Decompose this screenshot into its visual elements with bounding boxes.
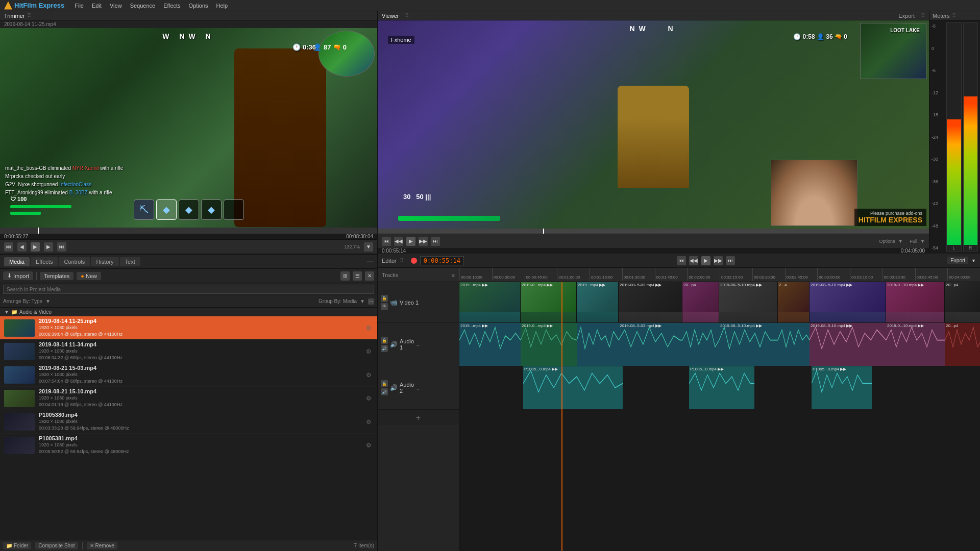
menu-help[interactable]: Help (216, 3, 228, 9)
viewer-next-button[interactable]: ⏭ (431, 237, 440, 246)
viewer-tab[interactable]: Viewer (382, 13, 399, 19)
video-clip-6[interactable]: 2...4 (778, 282, 810, 322)
trimmer-frame-fwd-button[interactable]: ▶ (44, 242, 53, 252)
media-gear-5[interactable]: ⚙ (366, 442, 373, 449)
tab-effects[interactable]: Effects (31, 257, 58, 266)
video-clip-4[interactable]: 20...p4 (682, 282, 719, 322)
arrange-dropdown[interactable]: ▼ (45, 298, 51, 304)
menu-sequence[interactable]: Sequence (130, 3, 156, 9)
meters-panel: Meters ⠿ -6 0 -6 -12 -18 -24 -30 -36 -42 (929, 11, 980, 254)
folder-button[interactable]: 📁 Folder (3, 542, 31, 549)
trimmer-play-button[interactable]: ▶ (31, 242, 40, 252)
audio2-clip-1[interactable]: P1005...0.mp4 ▶▶ (689, 366, 754, 409)
viewer-frame-back-button[interactable]: ◀◀ (394, 237, 403, 246)
viewer-options-label[interactable]: Options (879, 239, 895, 244)
video-clip-5[interactable]: 2019-08-.5-10.mp4 ▶▶ (719, 282, 778, 322)
media-panel-options[interactable]: ⋯ (367, 258, 373, 265)
audio1-clip-9[interactable]: 20...p4 (945, 323, 980, 366)
section-collapse-icon[interactable]: ▼ (4, 309, 9, 315)
editor-prev-button[interactable]: ⏮ (677, 256, 686, 265)
video-clip-3[interactable]: 2019-08-.5-03.mp4 ▶▶ (619, 282, 682, 322)
media-gear-3[interactable]: ⚙ (366, 395, 373, 402)
trimmer-prev-button[interactable]: ⏮ (4, 242, 13, 252)
editor-frame-back-button[interactable]: ◀◀ (689, 256, 698, 265)
menu-file[interactable]: File (75, 3, 84, 9)
video-clip-2[interactable]: 2019...mp4 ▶▶ (577, 282, 619, 322)
export-label[interactable]: Export (898, 13, 915, 19)
media-item-5[interactable]: P1005381.mp4 980 × 551 pixels 00:05:50… (0, 434, 377, 457)
media-gear-4[interactable]: ⚙ (366, 418, 373, 425)
audio1-clip-1[interactable]: 2019-0...mp4 ▶▶ (521, 323, 577, 366)
track-audio1-mute[interactable]: 🔊 (381, 345, 388, 352)
trimmer-timeline[interactable] (0, 228, 377, 234)
media-gear-1[interactable]: ⚙ (366, 348, 373, 355)
viewer-play-button[interactable]: ▶ (406, 237, 415, 246)
media-item-4[interactable]: P1005380.mp4 980 × 551 pixels 00:03:33… (0, 410, 377, 434)
video-clip-7[interactable]: 2019-08-.5-10.mp4 ▶▶ (810, 282, 886, 322)
tab-history[interactable]: History (91, 257, 118, 266)
audio1-clip-8[interactable]: 2019-0...10.mp4 ▶▶ (886, 323, 945, 366)
export-dropdown[interactable]: ▼ (971, 258, 976, 263)
track-lock-icon[interactable]: 🔒 (381, 295, 388, 302)
track-audio1-lock[interactable]: 🔒 (381, 337, 388, 344)
audio1-clip-2[interactable] (577, 323, 619, 366)
editor-next-button[interactable]: ⏭ (726, 256, 735, 265)
track-audio2-mute[interactable]: 🔊 (381, 388, 388, 395)
remove-button[interactable]: ✕ Remove (87, 542, 117, 549)
search-input[interactable] (3, 285, 374, 294)
view-grid-button[interactable]: ⊞ (340, 271, 350, 281)
menu-edit[interactable]: Edit (92, 3, 102, 9)
media-gear-0[interactable]: ⚙ (366, 324, 373, 332)
viewer-zoom-label[interactable]: Full (910, 239, 918, 244)
new-button[interactable]: ● New (77, 272, 101, 280)
import-button[interactable]: ⬇ Import (3, 271, 33, 280)
media-item-3[interactable]: 2019-08-21 15-10.mp4 980 × 551 pixels … (0, 387, 377, 410)
track-header-menu[interactable]: ≡ (452, 272, 455, 278)
audio1-clip-0[interactable]: 2019...mp4 ▶▶ (459, 323, 521, 366)
options-dropdown[interactable]: ▼ (898, 239, 903, 244)
menu-view[interactable]: View (110, 3, 122, 9)
audio1-clip-5[interactable]: 2019-08-.5-10.mp4 ▶▶ (719, 323, 778, 366)
group-dropdown[interactable]: ▼ (360, 298, 365, 304)
trimmer-next-button[interactable]: ⏭ (57, 242, 66, 252)
viewer-frame-fwd-button[interactable]: ▶▶ (419, 237, 428, 246)
video-clip-9[interactable]: 20...p4 (945, 282, 980, 322)
audio2-clip-0[interactable]: P1005...0.mp4 ▶▶ (523, 366, 623, 409)
viewer-header: Viewer ⠿ Export ⠿ (378, 11, 929, 20)
video-clip-0[interactable]: 2019...mp4 ▶▶ (459, 282, 521, 322)
audio1-clip-3[interactable]: 2019-08-.5-03.mp4 ▶▶ (619, 323, 682, 366)
menu-effects[interactable]: Effects (163, 3, 180, 9)
viewer-timeline[interactable] (378, 229, 929, 234)
media-item-0[interactable]: 2019-08-14 11-25.mp4 980 × 551 pixels … (0, 316, 377, 340)
track-audio2-lock[interactable]: 🔒 (381, 380, 388, 387)
tab-text[interactable]: Text (120, 257, 140, 266)
audio1-clip-4[interactable] (682, 323, 719, 366)
trimmer-zoom-dropdown[interactable]: ▼ (364, 242, 373, 252)
media-panel-close[interactable]: ✕ (365, 271, 374, 281)
export-button[interactable]: Export (947, 257, 968, 264)
templates-button[interactable]: Templates (40, 272, 74, 280)
video-clip-1[interactable]: 2019-0...mp4 ▶▶ (521, 282, 577, 322)
video-clip-8[interactable]: 2019-0...10.mp4 ▶▶ (886, 282, 945, 322)
audio1-clip-6[interactable] (778, 323, 810, 366)
composite-shot-button[interactable]: Composite Shot (35, 542, 78, 549)
audio1-clip-7[interactable]: 2019-08-.5-10.mp4 ▶▶ (810, 323, 886, 366)
add-track-button[interactable]: + (378, 410, 459, 425)
clip-label-2: 2019...mp4 ▶▶ (578, 283, 605, 287)
tab-media[interactable]: Media (4, 257, 30, 266)
viewer-prev-button[interactable]: ⏮ (382, 237, 391, 246)
media-item-1[interactable]: 2019-08-14 11-34.mp4 980 × 551 pixels … (0, 340, 377, 363)
media-item-2[interactable]: 2019-08-21 15-03.mp4 980 × 551 pixels … (0, 363, 377, 387)
trimmer-frame-back-button[interactable]: ◀ (17, 242, 27, 252)
tab-controls[interactable]: Controls (59, 257, 90, 266)
arrange-options[interactable]: ⋯ (368, 298, 374, 305)
media-thumb-0 (4, 319, 35, 337)
track-eye-icon[interactable]: 👁 (381, 303, 388, 310)
editor-play-button[interactable]: ▶ (701, 256, 710, 265)
editor-frame-fwd-button[interactable]: ▶▶ (714, 256, 723, 265)
media-gear-2[interactable]: ⚙ (366, 371, 373, 379)
menu-options[interactable]: Options (189, 3, 208, 9)
zoom-dropdown[interactable]: ▼ (920, 239, 925, 244)
audio2-clip-2[interactable]: P1005...0.mp4 ▶▶ (812, 366, 872, 409)
view-list-button[interactable]: ☰ (353, 271, 362, 281)
